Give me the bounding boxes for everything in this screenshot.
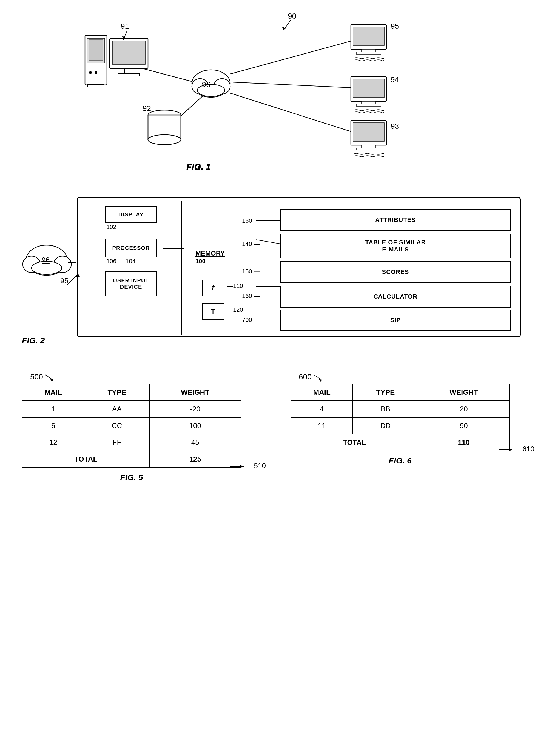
svg-rect-36 (148, 115, 181, 140)
svg-rect-10 (85, 36, 107, 85)
fig5-caption: FIG. 5 (22, 473, 241, 482)
table-row: 11 DD 90 (291, 417, 509, 434)
svg-marker-42 (122, 36, 126, 40)
t-block: t (202, 280, 224, 296)
fig6-table: MAIL TYPE WEIGHT 4 BB 20 11 DD 90 TOTAL (290, 384, 510, 451)
svg-text:95: 95 (390, 22, 399, 30)
svg-line-66 (67, 274, 78, 285)
processor-block: PROCESSOR (105, 239, 157, 257)
svg-text:93: 93 (390, 122, 399, 130)
table-row: 1 AA -20 (22, 401, 241, 417)
ref-106: 106 (106, 258, 117, 265)
fig1-diagram: 96 (49, 8, 515, 178)
svg-text:92: 92 (143, 104, 151, 113)
T-block: T (202, 303, 224, 320)
svg-rect-19 (88, 84, 104, 87)
ref-104: 104 (126, 258, 136, 265)
fig1-caption-text: FIG. 1 (186, 162, 211, 172)
svg-text:91: 91 (121, 22, 129, 30)
ref-160: 160 — (242, 293, 260, 300)
svg-rect-30 (351, 120, 386, 145)
table-row: 6 CC 100 (22, 417, 241, 434)
svg-rect-33 (356, 148, 381, 150)
fig6-container: 600 MAIL TYPE WEIGHT 4 BB 20 (290, 373, 510, 465)
svg-rect-11 (87, 38, 105, 63)
fig5-header-weight: WEIGHT (149, 384, 241, 401)
svg-point-14 (95, 71, 97, 74)
ref-500: 500 (22, 373, 241, 382)
svg-point-13 (89, 71, 92, 74)
svg-point-6 (192, 79, 208, 94)
svg-rect-18 (118, 74, 140, 76)
svg-rect-22 (362, 49, 376, 53)
svg-line-3 (233, 82, 351, 88)
table-row: 4 BB 20 (291, 401, 509, 417)
ref-120: —120 (227, 306, 243, 313)
svg-line-1 (170, 96, 203, 126)
svg-rect-21 (353, 27, 384, 46)
sip-block: SIP (280, 310, 511, 331)
fig2-caption: FIG. 2 (22, 336, 45, 345)
svg-rect-23 (356, 52, 381, 54)
svg-marker-46 (282, 26, 285, 30)
ref-610: 610 (499, 445, 534, 454)
svg-rect-17 (125, 69, 133, 74)
svg-marker-75 (509, 449, 512, 451)
svg-point-7 (214, 79, 230, 94)
svg-rect-27 (362, 101, 376, 105)
ref-130: 130 — (242, 217, 260, 224)
svg-text:90: 90 (288, 12, 296, 20)
svg-text:96: 96 (202, 80, 210, 89)
fig5-container: 500 MAIL TYPE WEIGHT 1 AA -20 (22, 373, 241, 482)
ref-150: 150 — (242, 268, 260, 275)
svg-rect-28 (356, 104, 381, 106)
svg-marker-71 (240, 465, 244, 468)
calculator-block: CALCULATOR (280, 286, 511, 307)
scores-block: SCORES (280, 261, 511, 283)
table-row: 12 FF 45 (22, 434, 241, 451)
svg-rect-31 (353, 123, 384, 141)
fig2-diagram: DISPLAY 102 PROCESSOR 104 106 USER INPUT… (22, 192, 532, 345)
user-input-device-block: USER INPUT DEVICE (105, 271, 157, 296)
svg-point-39 (148, 135, 181, 145)
ref-140: 140 — (242, 241, 260, 248)
fig6-header-type: TYPE (353, 384, 418, 401)
svg-rect-32 (362, 145, 376, 148)
svg-line-68 (45, 375, 53, 380)
svg-point-35 (148, 110, 181, 120)
fig5-header-mail: MAIL (22, 384, 84, 401)
svg-point-5 (192, 70, 230, 97)
memory-label: MEMORY 100 (196, 249, 225, 265)
svg-text:94: 94 (390, 75, 399, 84)
svg-line-0 (143, 69, 195, 82)
svg-line-4 (230, 93, 351, 132)
svg-line-41 (123, 30, 127, 40)
svg-rect-16 (112, 41, 145, 64)
attributes-block: ATTRIBUTES (280, 209, 511, 231)
fig5-table: MAIL TYPE WEIGHT 1 AA -20 6 CC 100 12 (22, 384, 241, 468)
fig5-total-row: TOTAL 125 (22, 451, 241, 467)
ref-600: 600 (290, 373, 510, 382)
ref-102: 102 (106, 223, 117, 231)
svg-rect-12 (89, 40, 103, 60)
svg-rect-26 (353, 79, 384, 98)
svg-rect-20 (351, 25, 386, 49)
ref-700: 700 — (242, 316, 260, 323)
ref-110: —110 (227, 282, 243, 290)
table-similar-block: TABLE OF SIMILARE-MAILS (280, 234, 511, 258)
svg-point-8 (197, 84, 225, 97)
svg-line-45 (284, 20, 290, 30)
display-block: DISPLAY (105, 206, 157, 223)
svg-rect-15 (110, 38, 148, 69)
ref-510: 510 (230, 462, 266, 470)
svg-rect-25 (351, 77, 386, 101)
fig6-header-mail: MAIL (291, 384, 353, 401)
svg-line-72 (314, 375, 322, 380)
fig6-total-row: TOTAL 110 (291, 434, 509, 451)
fig5-header-type: TYPE (84, 384, 149, 401)
fig6-caption: FIG. 6 (290, 456, 510, 465)
fig6-header-weight: WEIGHT (418, 384, 509, 401)
svg-line-2 (230, 41, 351, 74)
svg-text:96: 96 (42, 256, 50, 264)
